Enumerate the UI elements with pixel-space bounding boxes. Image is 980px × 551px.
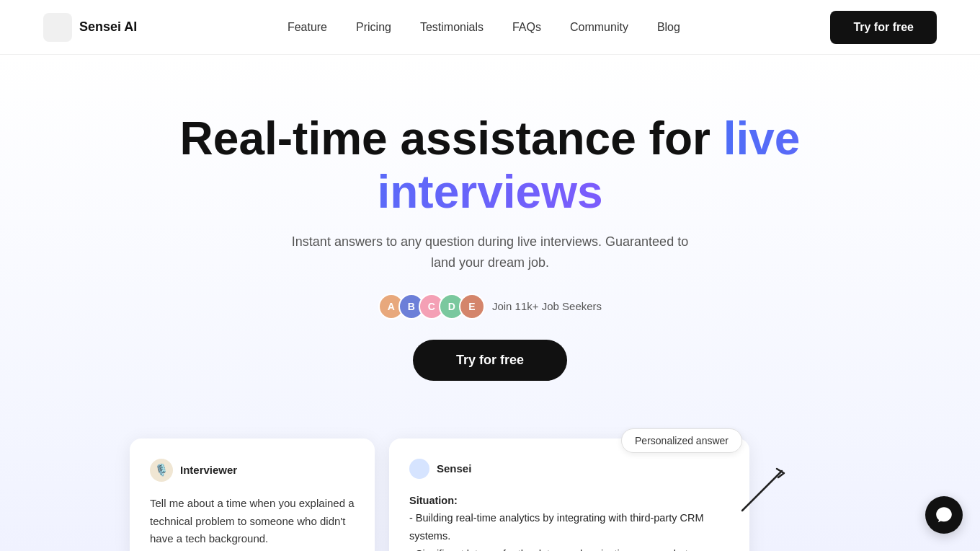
logo-icon: 🤖: [43, 13, 72, 42]
sensei-card: Personalized answer Sensei Situation: - …: [389, 438, 749, 551]
nav-pricing[interactable]: Pricing: [356, 21, 391, 34]
answer-line-1: - Building real-time analytics by integr…: [409, 509, 729, 545]
hero-section: Real-time assistance for live interviews…: [0, 55, 980, 424]
arrow-icon: [735, 460, 793, 518]
avatar-5: E: [459, 294, 485, 319]
sensei-header: Sensei: [409, 459, 729, 479]
nav-blog[interactable]: Blog: [657, 21, 680, 34]
chat-icon: [935, 506, 953, 524]
nav-cta-button[interactable]: Try for free: [830, 11, 937, 44]
interviewer-card: 🎙️ Interviewer Tell me about a time when…: [130, 438, 375, 551]
sensei-avatar-icon: [409, 459, 429, 479]
chat-button[interactable]: [925, 496, 963, 534]
nav-faqs[interactable]: FAQs: [512, 21, 541, 34]
nav-feature[interactable]: Feature: [288, 21, 327, 34]
hero-title-plain: Real-time assistance for: [180, 113, 723, 164]
sensei-role: Sensei: [437, 462, 471, 475]
personalized-badge: Personalized answer: [621, 428, 742, 453]
svg-rect-0: [43, 13, 72, 42]
nav-links: Feature Pricing Testimonials FAQs Commun…: [288, 21, 680, 34]
navbar: 🤖 Sensei AI Feature Pricing Testimonials…: [0, 0, 980, 55]
hero-title: Real-time assistance for live interviews: [166, 113, 814, 219]
sensei-answer: Situation: - Building real-time analytic…: [409, 492, 729, 551]
avatar-stack: A B C D E: [378, 294, 485, 319]
hero-social-proof: A B C D E Join 11k+ Job Seekers: [378, 294, 602, 319]
interviewer-question: Tell me about a time when you explained …: [150, 495, 355, 548]
brand-name: Sensei AI: [79, 19, 137, 35]
logo[interactable]: 🤖 Sensei AI: [43, 13, 137, 42]
nav-testimonials[interactable]: Testimonials: [420, 21, 484, 34]
hero-cta-button[interactable]: Try for free: [413, 340, 567, 381]
demo-section: 🎙️ Interviewer Tell me about a time when…: [0, 424, 980, 551]
answer-line-2: - Significant latency for the data synch…: [409, 545, 729, 551]
hero-subtitle: Instant answers to any question during l…: [281, 232, 699, 273]
interviewer-avatar-icon: 🎙️: [150, 459, 173, 482]
situation-label: Situation:: [409, 495, 458, 506]
join-text: Join 11k+ Job Seekers: [492, 300, 602, 312]
interviewer-role: Interviewer: [180, 464, 237, 476]
nav-community[interactable]: Community: [570, 21, 628, 34]
interviewer-header: 🎙️ Interviewer: [150, 459, 355, 482]
